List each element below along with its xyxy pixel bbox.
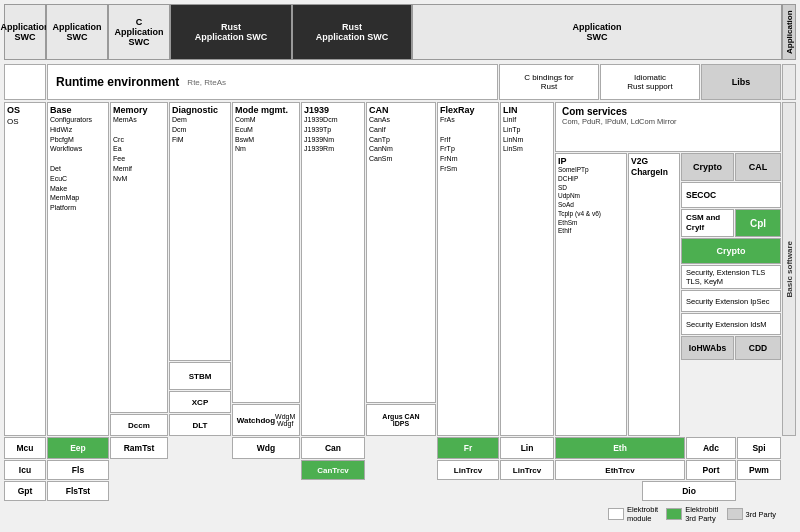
can-cell: CAN CanAsCanIfCanTpCanNmCanSm: [366, 102, 436, 403]
bottom-right-2: EthTrcv Port Pwm: [555, 460, 781, 480]
j1939-cell: J1939 J1939DcmJ1939TpJ1939NmJ1939Rm: [301, 102, 365, 436]
main-container: ApplicationSWC ApplicationSWC CApplicati…: [0, 0, 800, 532]
header-app-swc-1: ApplicationSWC: [4, 4, 46, 60]
base-label: Base: [50, 105, 106, 115]
j1939-items: J1939DcmJ1939TpJ1939NmJ1939Rm: [304, 115, 362, 154]
iohwabs-cell: IoHWAbs: [681, 336, 734, 360]
memory-label: Memory: [113, 105, 165, 115]
secoc-cell: SECOC: [681, 182, 781, 208]
legend-eb3p-box: [666, 508, 682, 520]
j1939-label: J1939: [304, 105, 362, 115]
base-items: ConfiguratorsHidWizPbcfgMWorkflowsDetEcu…: [50, 115, 106, 213]
os-label: OS: [7, 105, 43, 115]
com-services-label: Com services: [562, 106, 774, 117]
port-cell: Port: [686, 460, 736, 480]
runtime-idiomatic-rust: IdiomaticRust support: [600, 64, 700, 100]
pwm-cell: Pwm: [737, 460, 781, 480]
diagnostic-cell: Diagnostic DemDcmFiM: [169, 102, 231, 361]
mode-items: ComMEcuMBswMNm: [235, 115, 297, 154]
lin-column: LIN LinIfLinTpLinNmLinSm: [500, 102, 554, 436]
fr-cell: Fr: [437, 437, 499, 459]
gpt-cell: Gpt: [4, 481, 46, 501]
v2g-label: V2GChargeIn: [631, 156, 668, 178]
memory-cell: Memory MemAsCrcEaFeeMemifNvM: [110, 102, 168, 413]
dccm-cell: Dccm: [110, 414, 168, 436]
argus-can-cell: Argus CANIDPS: [366, 404, 436, 436]
header-rust-app-swc-1: RustApplication SWC: [170, 4, 292, 60]
base-cell: Base ConfiguratorsHidWizPbcfgMWorkflowsD…: [47, 102, 109, 436]
iohw-cdd-row: IoHWAbs CDD: [681, 336, 781, 360]
cantrcv-cell: CanTrcv: [301, 460, 365, 480]
lin-bottom-cell: Lin: [500, 437, 554, 459]
crypto-row1: Crypto CAL: [681, 153, 781, 181]
diagnostic-items: DemDcmFiM: [172, 115, 228, 144]
cdd-cell: CDD: [735, 336, 781, 360]
diagnostic-column: Diagnostic DemDcmFiM STBM XCP DLT: [169, 102, 231, 436]
main-body: OS OS Base ConfiguratorsHidWizPbcfgMWork…: [4, 102, 796, 436]
security-ipsec-cell: Security Extension IpSec: [681, 290, 781, 312]
legend-eb-label: Elektrobitmodule: [627, 505, 658, 523]
spi-cell: Spi: [737, 437, 781, 459]
bottom-row-1: Mcu Eep RamTst Wdg Can Fr Lin Eth Adc Sp…: [4, 437, 796, 459]
mcu-cell: Mcu: [4, 437, 46, 459]
ip-label: IP: [558, 156, 624, 166]
watchdog-cell: WatchdogWdgMWdgf: [232, 404, 300, 436]
header-row: ApplicationSWC ApplicationSWC CApplicati…: [4, 4, 796, 60]
header-rust-app-swc-2: RustApplication SWC: [292, 4, 412, 60]
crypto2-cell: Crypto: [681, 238, 781, 264]
can-column: CAN CanAsCanIfCanTpCanNmCanSm Argus CANI…: [366, 102, 436, 436]
legend-eb-box: [608, 508, 624, 520]
os-cell: OS OS: [4, 102, 46, 436]
diagnostic-label: Diagnostic: [172, 105, 228, 115]
flexray-items: FrAsFrIfFrTpFrNmFrSm: [440, 115, 496, 174]
eep-cell: Eep: [47, 437, 109, 459]
lintrcv-cell: LinTrcv: [437, 460, 499, 480]
bottom-row-2: Icu Fls CanTrcv LinTrcv LinTrcv EthTrcv …: [4, 460, 796, 480]
can-label: CAN: [369, 105, 433, 115]
ethtrcv-cell: EthTrcv: [555, 460, 685, 480]
flstst-cell: FlsTst: [47, 481, 109, 501]
runtime-row: Runtime environment Rte, RteAs C binding…: [4, 64, 796, 100]
legend-eb3p: ElektrobitI3rd Party: [666, 505, 718, 523]
base-column: Base ConfiguratorsHidWizPbcfgMWorkflowsD…: [47, 102, 109, 436]
runtime-empty-left: [4, 64, 46, 100]
runtime-libs: Libs: [701, 64, 781, 100]
security-idsm-cell: Security Extension IdsM: [681, 313, 781, 335]
cal-label-cell: CAL: [735, 153, 781, 181]
legend-eb3p-label: ElektrobitI3rd Party: [685, 505, 718, 523]
runtime-env-block: Runtime environment Rte, RteAs: [47, 64, 498, 100]
legend-eb: Elektrobitmodule: [608, 505, 658, 523]
com-services-header: Com services Com, PduR, IPduM, LdCom Mir…: [555, 102, 781, 152]
flexray-column: FlexRay FrAsFrIfFrTpFrNmFrSm: [437, 102, 499, 436]
memory-items: MemAsCrcEaFeeMemifNvM: [113, 115, 165, 184]
mode-cell: Mode mgmt. ComMEcuMBswMNm: [232, 102, 300, 403]
os-sub: OS: [7, 117, 43, 126]
crypto-label-cell: Crypto: [681, 153, 734, 181]
bottom-row3-spacer: [110, 481, 641, 501]
header-app-swc-3: ApplicationSWC: [412, 4, 782, 60]
ip-cell: IP SomeIPTpDCHIPSDUdpNmSoAdTcplp (v4 & v…: [555, 153, 627, 436]
csm-cell: CSM andCrylf: [681, 209, 734, 237]
csm-row: CSM andCrylf Cpl: [681, 209, 781, 237]
legend-row: Elektrobitmodule ElektrobitI3rd Party 3r…: [4, 505, 796, 523]
cpl-cell: Cpl: [735, 209, 781, 237]
lintrcv2-cell: LinTrcv: [500, 460, 554, 480]
crypto-panels: Crypto CAL SECOC CSM andCrylf Cpl Crypto…: [681, 153, 781, 436]
mode-column: Mode mgmt. ComMEcuMBswMNm WatchdogWdgMWd…: [232, 102, 300, 436]
v2g-cell: V2GChargeIn: [628, 153, 680, 436]
legend-3p: 3rd Party: [727, 508, 776, 520]
xcp-cell: XCP: [169, 391, 231, 413]
adc-cell: Adc: [686, 437, 736, 459]
header-c-app-swc: CApplication SWC: [108, 4, 170, 60]
lin-label: LIN: [503, 105, 551, 115]
bottom-right-1: Eth Adc Spi: [555, 437, 781, 459]
com-subgrid: IP SomeIPTpDCHIPSDUdpNmSoAdTcplp (v4 & v…: [555, 153, 781, 436]
flexray-label: FlexRay: [440, 105, 496, 115]
can-items: CanAsCanIfCanTpCanNmCanSm: [369, 115, 433, 164]
eth-cell: Eth: [555, 437, 685, 459]
j1939-column: J1939 J1939DcmJ1939TpJ1939NmJ1939Rm: [301, 102, 365, 436]
lin-cell: LIN LinIfLinTpLinNmLinSm: [500, 102, 554, 436]
flexray-cell: FlexRay FrAsFrIfFrTpFrNmFrSm: [437, 102, 499, 436]
icu-cell: Icu: [4, 460, 46, 480]
lin-items: LinIfLinTpLinNmLinSm: [503, 115, 551, 154]
